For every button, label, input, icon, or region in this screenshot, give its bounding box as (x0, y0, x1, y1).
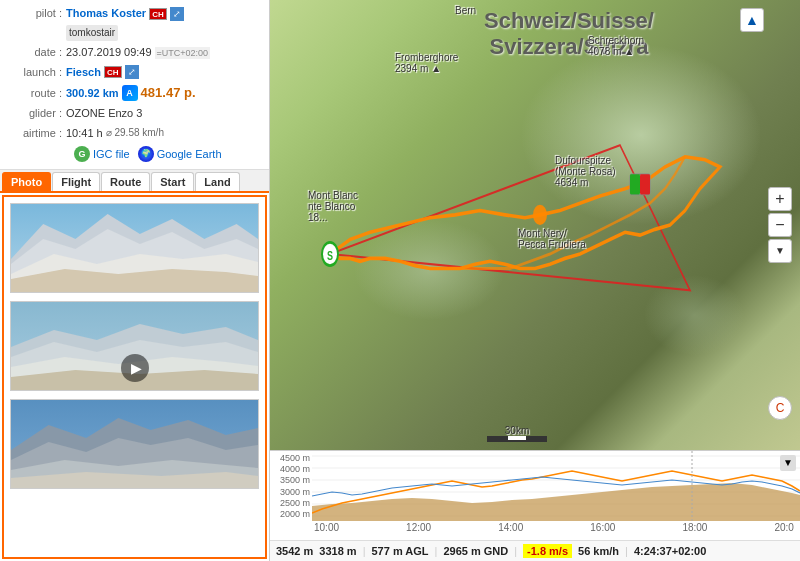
scale-bar: 30km (487, 425, 547, 442)
pilot-label: pilot : (6, 6, 66, 21)
elev-label-4000: 4000 m (272, 464, 310, 474)
agl-value: 577 m AGL (371, 545, 428, 557)
launch-name[interactable]: Fiesch (66, 65, 101, 80)
igc-file-label: IGC file (93, 148, 130, 160)
route-label: route : (6, 86, 66, 101)
time-axis: 10:00 12:00 14:00 16:00 18:00 20:0 (270, 521, 800, 534)
elev-label-2000: 2000 m (272, 509, 310, 519)
tab-route[interactable]: Route (101, 172, 150, 191)
time-label-1000: 10:00 (314, 522, 339, 533)
time-label-1200: 12:00 (406, 522, 431, 533)
map-area[interactable]: Schweiz/Suisse/Svizzera/Svizra ▲ S Bern … (270, 0, 800, 450)
glider-value: OZONE Enzo 3 (66, 106, 142, 121)
left-panel: pilot : Thomas Koster CH ⤢ tomkostair da… (0, 0, 270, 561)
svg-text:S: S (327, 248, 333, 262)
date-time: 09:49 (124, 45, 152, 60)
airtime-avgspeed: ⌀ 29.58 km/h (106, 126, 164, 140)
zoom-controls: + − ▼ (768, 187, 792, 263)
gnd-value: 2965 m GND (443, 545, 508, 557)
tab-bar: Photo Flight Route Start Land (0, 170, 269, 193)
alt1-value: 3542 m (276, 545, 313, 557)
tab-flight[interactable]: Flight (52, 172, 100, 191)
igc-file-btn[interactable]: G IGC file (74, 146, 130, 162)
utc-badge: =UTC+02:00 (155, 47, 211, 60)
elev-label-3000: 3000 m (272, 487, 310, 497)
route-points: 481.47 p. (141, 84, 196, 102)
tab-land[interactable]: Land (195, 172, 239, 191)
pilot-value: Thomas Koster CH ⤢ (66, 6, 184, 21)
pilot-tag: tomkostair (66, 25, 118, 41)
photo-3[interactable] (10, 399, 259, 489)
alt2-value: 3318 m (319, 545, 356, 557)
elev-label-2500: 2500 m (272, 498, 310, 508)
zoom-out-btn[interactable]: − (768, 213, 792, 237)
horiz-speed-value: 56 km/h (578, 545, 619, 557)
svg-rect-20 (640, 174, 650, 194)
pilot-name[interactable]: Thomas Koster (66, 6, 146, 21)
date-value: 23.07.2019 09:49 =UTC+02:00 (66, 45, 210, 60)
date-text: 23.07.2019 (66, 45, 121, 60)
glider-label: glider : (6, 106, 66, 121)
route-value: 300.92 km A 481.47 p. (66, 84, 196, 102)
elev-label-3500: 3500 m (272, 475, 310, 485)
svg-marker-4 (11, 269, 258, 293)
airtime-value: 10:41 h ⌀ 29.58 km/h (66, 126, 164, 141)
launch-ext-link[interactable]: ⤢ (125, 65, 139, 79)
tab-start[interactable]: Start (151, 172, 194, 191)
google-earth-btn[interactable]: 🌍 Google Earth (138, 146, 222, 162)
glider-row: glider : OZONE Enzo 3 (6, 104, 263, 123)
photo-2[interactable]: ▶ (10, 301, 259, 391)
vert-speed-value: -1.8 m/s (523, 544, 572, 558)
zoom-in-btn[interactable]: + (768, 187, 792, 211)
time-label-2000: 20:0 (774, 522, 793, 533)
airtime-row: airtime : 10:41 h ⌀ 29.58 km/h (6, 124, 263, 143)
time-utc-value: 4:24:37+02:00 (634, 545, 706, 557)
airtime-label: airtime : (6, 126, 66, 141)
zoom-arrow-btn[interactable]: ▼ (768, 239, 792, 263)
elevation-expand-btn[interactable]: ▼ (780, 455, 796, 471)
pilot-ext-link[interactable]: ⤢ (170, 7, 184, 21)
time-label-1600: 16:00 (590, 522, 615, 533)
airtime-duration: 10:41 h (66, 126, 103, 141)
svg-marker-27 (312, 483, 800, 521)
launch-country: CH (104, 66, 122, 78)
pilot-country: CH (149, 8, 167, 20)
svg-point-17 (533, 205, 547, 225)
scale-line (487, 436, 547, 442)
elevation-panel: 4500 m 4000 m 3500 m 3000 m 2500 m 2000 … (270, 450, 800, 540)
google-earth-label: Google Earth (157, 148, 222, 160)
compass-icon[interactable]: C (768, 396, 792, 420)
ge-icon: 🌍 (138, 146, 154, 162)
pilot-row: pilot : Thomas Koster CH ⤢ (6, 4, 263, 23)
right-panel: Schweiz/Suisse/Svizzera/Svizra ▲ S Bern … (270, 0, 800, 561)
photo-panel: ▶ (2, 195, 267, 559)
info-table: pilot : Thomas Koster CH ⤢ tomkostair da… (0, 0, 269, 170)
date-label: date : (6, 45, 66, 60)
time-label-1400: 14:00 (498, 522, 523, 533)
elev-label-4500: 4500 m (272, 453, 310, 463)
route-distance: 300.92 km (66, 86, 119, 101)
launch-value: Fiesch CH ⤢ (66, 65, 139, 80)
photo-1[interactable] (10, 203, 259, 293)
tab-photo[interactable]: Photo (2, 172, 51, 191)
igc-row: G IGC file 🌍 Google Earth (6, 143, 263, 165)
time-label-1800: 18:00 (682, 522, 707, 533)
date-row: date : 23.07.2019 09:49 =UTC+02:00 (6, 43, 263, 62)
igc-icon: G (74, 146, 90, 162)
elevation-chart (312, 451, 800, 521)
svg-rect-19 (630, 174, 640, 194)
status-bar: 3542 m 3318 m | 577 m AGL | 2965 m GND |… (270, 540, 800, 561)
route-row: route : 300.92 km A 481.47 p. (6, 82, 263, 104)
launch-label: launch : (6, 65, 66, 80)
scale-text: 30km (505, 425, 529, 436)
pilot-tag-row: tomkostair (6, 23, 263, 43)
play-button[interactable]: ▶ (121, 354, 149, 382)
launch-row: launch : Fiesch CH ⤢ (6, 63, 263, 82)
app-badge: A (122, 85, 138, 101)
route-svg: S (270, 0, 800, 450)
stat-alt1: 3542 m 3318 m (276, 545, 357, 557)
